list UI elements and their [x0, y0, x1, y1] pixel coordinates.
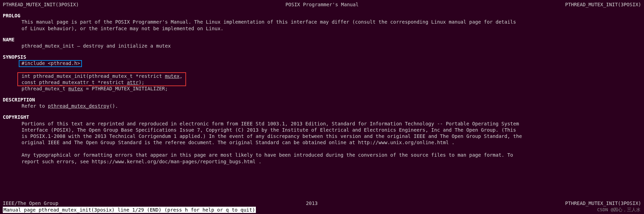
section-heading-name: NAME: [3, 36, 641, 43]
synopsis-func-line1: int pthread_mutex_init(pthread_mutex_t *…: [22, 73, 641, 79]
man-page-header: PTHREAD_MUTEX_INIT(3POSIX) POSIX Program…: [3, 1, 641, 8]
copyright-p2-l2: report such errors, see https://www.kern…: [22, 158, 641, 165]
func-prefix: int pthread_mutex_init(pthread_mutex_t *…: [22, 73, 165, 79]
footer-center: 2013: [306, 200, 318, 206]
func-arg-mutex: mutex: [165, 73, 179, 79]
header-right: PTHREAD_MUTEX_INIT(3POSIX): [565, 1, 641, 8]
func-arg-attr: attr: [127, 80, 139, 85]
footer-left: IEEE/The Open Group: [3, 200, 58, 206]
pager-status-bar[interactable]: Manual page pthread_mutex_init(3posix) l…: [3, 207, 256, 213]
copyright-p1-l3: is POSIX.1-2008 with the 2013 Technical …: [22, 133, 641, 139]
func-suffix: );: [139, 80, 144, 85]
copyright-p1-l2: Interface (POSIX), The Open Group Base S…: [22, 127, 641, 133]
copyright-p2-l1: Any typographical or formatting errors t…: [22, 152, 641, 158]
init-prefix: pthread_mutex_t: [22, 86, 68, 91]
func-prefix: const pthread_mutexattr_t *restrict: [22, 80, 127, 85]
copyright-p1-l4: original IEEE and The Open Group Standar…: [22, 139, 641, 146]
func-suffix: ,: [179, 73, 182, 79]
header-center: POSIX Programmer's Manual: [285, 1, 359, 8]
section-heading-prolog: PROLOG: [3, 13, 641, 19]
desc-prefix: Refer to: [22, 103, 48, 109]
footer-right: PTHREAD_MUTEX_INIT(3POSIX): [565, 200, 641, 206]
synopsis-func-line2: const pthread_mutexattr_t *restrict attr…: [22, 79, 641, 85]
init-arg-mutex: mutex: [68, 86, 83, 91]
man-page-footer: IEEE/The Open Group 2013 PTHREAD_MUTEX_I…: [3, 200, 641, 206]
blank-line: [3, 67, 641, 73]
init-suffix: = PTHREAD_MUTEX_INITIALIZER;: [83, 86, 168, 91]
prolog-text-line1: This manual page is part of the POSIX Pr…: [22, 19, 641, 25]
section-heading-copyright: COPYRIGHT: [3, 114, 641, 120]
description-text: Refer to pthread_mutex_destroy().: [22, 103, 641, 109]
desc-link: pthread_mutex_destroy: [48, 103, 109, 109]
section-heading-description: DESCRIPTION: [3, 97, 641, 103]
desc-suffix: ().: [109, 103, 118, 109]
section-heading-synopsis: SYNOPSIS: [3, 54, 641, 60]
watermark-text: CSDN @因心，三人水: [597, 207, 641, 213]
header-left: PTHREAD_MUTEX_INIT(3POSIX): [3, 1, 79, 8]
synopsis-initializer: pthread_mutex_t mutex = PTHREAD_MUTEX_IN…: [22, 85, 641, 92]
synopsis-include: #include <pthread.h>: [22, 60, 641, 66]
prolog-text-line2: of Linux behavior), or the interface may…: [22, 25, 641, 32]
copyright-p1-l1: Portions of this text are reprinted and …: [22, 121, 641, 127]
name-text: pthread_mutex_init — destroy and initial…: [22, 43, 641, 49]
blank-line: [3, 146, 641, 152]
